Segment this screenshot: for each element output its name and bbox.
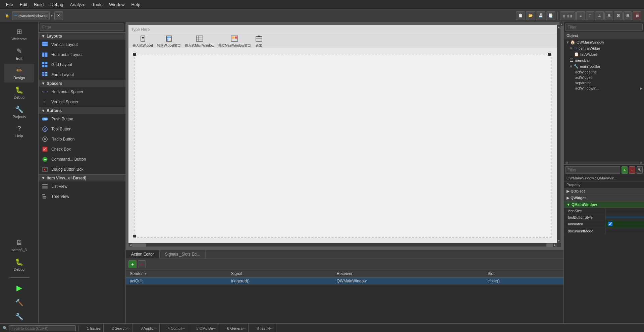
col-sender[interactable]: Sender ▼ — [126, 270, 227, 278]
status-search[interactable]: 2 Search··· — [109, 324, 132, 332]
scroll-left-arrow[interactable]: ◀ — [128, 243, 132, 247]
close-tab-btn[interactable]: ✕ — [54, 11, 63, 20]
obj-row-actwidget[interactable]: actWidget — [564, 75, 644, 80]
section-buttons[interactable]: ▼ Buttons — [39, 107, 125, 114]
obj-filter-input[interactable] — [565, 23, 643, 31]
tab-signals-slots[interactable]: Signals _Slots Ed... — [160, 250, 206, 259]
prop-row-toolbuttonstyle[interactable]: toolButtonStyle — [564, 214, 644, 221]
scroll-down-arrow[interactable]: ▼ — [557, 239, 561, 243]
widget-form-layout[interactable]: Form Layout — [39, 70, 125, 80]
obj-row-actwindowin[interactable]: actWindowIn... ▶ — [564, 86, 644, 91]
obj-row-tabwidget[interactable]: 📋 tabWidget — [564, 51, 644, 57]
sidebar-item-samp[interactable]: 🖥 samp6_3 — [4, 236, 34, 255]
tool-form[interactable]: ⊟ — [623, 11, 632, 20]
scroll-right-indicator[interactable]: ▶ — [640, 87, 643, 90]
prop-row-animated[interactable]: animated — [564, 221, 644, 228]
add-action-btn[interactable]: + — [128, 260, 137, 268]
section-qwidget[interactable]: ▶ QWidget — [564, 195, 644, 202]
tool-save[interactable]: 💾 — [536, 11, 545, 20]
menu-window[interactable]: Window — [106, 1, 128, 8]
scroll-right-arrow[interactable]: ▶ — [553, 243, 557, 247]
tool-break[interactable]: ⊤ — [586, 11, 594, 20]
tool-adjust[interactable]: ⊥ — [595, 11, 604, 20]
obj-row-centralwidget[interactable]: ▼ ▭ centralWidge — [564, 45, 644, 51]
widget-push-button[interactable]: OK Push Button — [39, 114, 125, 124]
sidebar-item-run[interactable]: ▶ — [4, 281, 34, 295]
animated-checkbox[interactable] — [608, 222, 612, 226]
widget-grid-layout[interactable]: Grid Layout — [39, 60, 125, 70]
col-slot[interactable]: Slot — [484, 270, 564, 278]
scroll-up-btn[interactable]: ▲ — [559, 22, 564, 26]
widget-tool-button[interactable]: ⚙ Tool Button — [39, 124, 125, 134]
widget-vert-spacer[interactable]: ↕ Vertical Spacer — [39, 97, 125, 107]
menu-analyze[interactable]: Analyze — [67, 1, 89, 8]
sidebar-item-projects[interactable]: 🔧 Projects — [4, 103, 34, 121]
widget-radio-button[interactable]: Radio Button — [39, 134, 125, 144]
sidebar-item-welcome[interactable]: ⊞ Welcome — [4, 25, 34, 44]
tool-open[interactable]: 📂 — [526, 11, 535, 20]
canvas-menu-item-1[interactable]: 独立Widget窗口 — [157, 35, 181, 48]
status-genera[interactable]: 6 Genera··· — [224, 324, 249, 332]
canvas-menu-item-3[interactable]: 独立MainWindow窗口 — [218, 35, 251, 48]
sidebar-item-hammer[interactable]: 🔧 — [4, 310, 34, 323]
widget-filter-input[interactable] — [40, 23, 124, 31]
menu-file[interactable]: File — [3, 1, 16, 8]
status-issues[interactable]: 1 Issues — [84, 324, 104, 332]
canvas-menu-item-0[interactable]: 嵌入式Widget — [132, 35, 153, 48]
widget-horizontal-layout[interactable]: Horizontal Layout — [39, 50, 125, 60]
col-signal[interactable]: Signal — [227, 270, 333, 278]
menu-build[interactable]: Build — [31, 1, 47, 8]
menu-edit[interactable]: Edit — [16, 1, 31, 8]
tool-grid2[interactable]: ⊞ — [604, 11, 613, 20]
obj-hscroll[interactable] — [564, 161, 644, 164]
status-testr[interactable]: 8 Test R··· — [254, 324, 276, 332]
locate-input[interactable] — [9, 325, 76, 331]
canvas-wrapper[interactable]: ▲ Type Here 嵌入式Widget — [126, 22, 564, 250]
table-row[interactable]: actQuit triggered() QWMainWindow close() — [126, 278, 564, 285]
tool-horiz[interactable]: ≡ — [576, 11, 585, 20]
section-layouts[interactable]: ▼ Layouts — [39, 33, 125, 40]
menu-help[interactable]: Help — [128, 1, 144, 8]
menu-debug[interactable]: Debug — [47, 1, 66, 8]
section-itemview[interactable]: ▼ Item View...el-Based) — [39, 174, 125, 181]
prop-remove-btn[interactable]: − — [629, 166, 635, 174]
prop-row-iconsize[interactable]: iconSize — [564, 208, 644, 214]
col-receiver[interactable]: Receiver — [333, 270, 484, 278]
prop-row-documentmode[interactable]: documentMode — [564, 228, 644, 234]
widget-check-box[interactable]: ✓ Check Box — [39, 144, 125, 154]
tab-action-editor[interactable]: Action Editor — [126, 250, 160, 259]
file-tab[interactable]: ✏ qwmainwindow.ui — [12, 11, 50, 20]
tool-vert[interactable]: ⫼⫼⫼ — [560, 11, 576, 20]
obj-row-separator[interactable]: separator — [564, 80, 644, 86]
file-dropdown[interactable]: ▼ — [50, 14, 54, 17]
section-spacers[interactable]: ▼ Spacers — [39, 80, 125, 87]
prop-filter-input[interactable] — [565, 166, 620, 174]
sidebar-item-edit[interactable]: ✎ Edit — [4, 44, 34, 63]
obj-row-qwmainwindow[interactable]: ▼ 🏠 QWMainWindow — [564, 39, 644, 45]
obj-row-maintoolbar[interactable]: ▼ 🔧 mainToolBar — [564, 63, 644, 69]
prop-edit-btn[interactable]: ✎ — [637, 166, 643, 174]
type-here-label[interactable]: Type Here — [131, 27, 150, 32]
status-applic[interactable]: 3 Applic··· — [138, 324, 160, 332]
horiz-scrollbar[interactable] — [128, 243, 557, 247]
vert-scrollbar[interactable] — [557, 25, 561, 243]
canvas-menu-item-4[interactable]: 退出 — [255, 35, 263, 48]
prop-add-btn[interactable]: + — [622, 166, 628, 174]
status-compil[interactable]: 4 Compil··· — [165, 324, 189, 332]
nav-back-btn[interactable]: 🔒 — [3, 11, 11, 20]
sidebar-item-debug[interactable]: 🐛 Debug — [4, 83, 34, 102]
widget-horiz-spacer[interactable]: ↔ Horizontal Spacer — [39, 87, 125, 97]
tool-saveas[interactable]: 📑 — [546, 11, 555, 20]
section-qmainwindow[interactable]: ▼ QMainWindow — [564, 202, 644, 208]
sidebar-item-debug2[interactable]: 🐛 Debug — [4, 255, 34, 274]
tool-new[interactable]: 📋 — [516, 11, 525, 20]
widget-dialog-button-box[interactable]: ✖ Dialog Button Box — [39, 164, 125, 174]
remove-action-btn[interactable]: − — [138, 260, 146, 268]
sidebar-item-help[interactable]: ? Help — [4, 122, 34, 141]
obj-row-actwidgetins[interactable]: actWidgetIns — [564, 69, 644, 75]
canvas-menu-item-2[interactable]: 嵌入式MainWindow — [185, 35, 214, 48]
sidebar-item-buildtools[interactable]: 🔨 — [4, 296, 34, 309]
status-qmlde[interactable]: 5 QML De··· — [194, 324, 219, 332]
tool-spread[interactable]: ⊠ — [614, 11, 623, 20]
menu-tools[interactable]: Tools — [89, 1, 106, 8]
